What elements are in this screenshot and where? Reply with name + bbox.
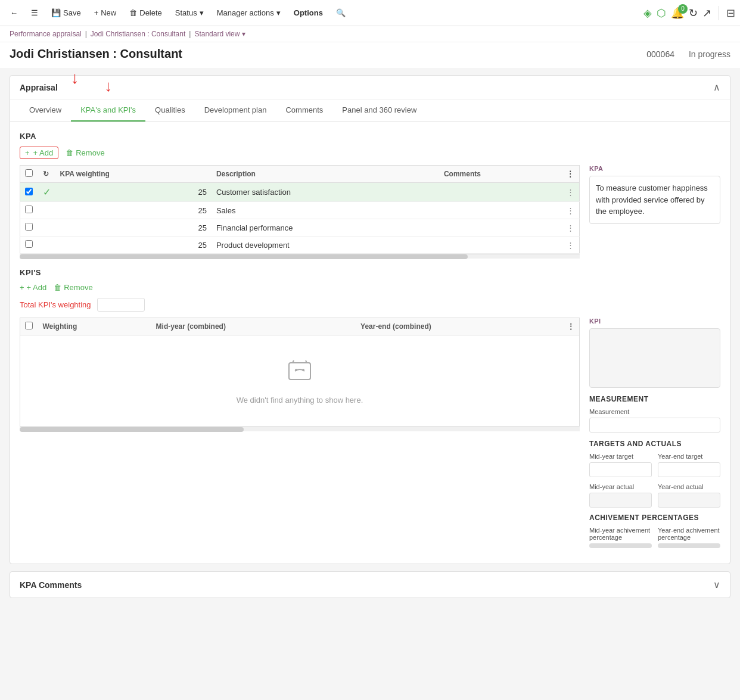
save-button[interactable]: 💾 Save [46,5,86,20]
kpi-actions: + + Add 🗑 Remove [20,283,720,292]
kpa-table-row[interactable]: 25 Financial performance ⋮ [20,219,580,237]
kpa-row-actions[interactable]: ⋮ [562,237,580,254]
kpa-row-check [38,202,55,219]
kpa-select-all[interactable] [25,169,33,177]
search-button[interactable]: 🔍 [331,5,351,20]
kpa-row-comments [439,202,562,219]
empty-state-icon [43,357,556,391]
yearend-target-label: Year-end target [658,453,720,460]
back-button[interactable]: ← [5,5,23,20]
annotation-arrow: ↓ [71,69,79,88]
kpa-section-title: KPA [20,132,720,141]
kpa-comments-expand-btn[interactable]: ∨ [713,579,720,590]
share-icon[interactable]: ↗ [702,7,711,20]
kpa-row-description: Sales [212,202,439,219]
kpa-row-actions[interactable]: ⋮ [562,183,580,202]
menu-button[interactable]: ☰ [26,5,43,20]
kpa-row-comments [439,219,562,237]
kpi-col-weighting: Weighting [38,318,151,335]
kpa-row-weighting: 25 [55,237,212,254]
kpa-add-icon: + [25,148,30,157]
kpa-row-weighting: 25 [55,219,212,237]
midyear-pct-bar [589,543,652,548]
kpa-row-weighting: 25 [55,183,212,202]
green-icon-2: ⬡ [657,7,666,20]
tab-overview[interactable]: Overview [20,99,71,122]
kpi-table-scrollbar[interactable] [20,427,580,431]
svg-rect-0 [289,363,310,379]
kpi-table-col: Weighting Mid-year (combined) Year-end (… [20,318,580,554]
total-weighting-input[interactable] [97,298,145,312]
breadcrumb-performance-appraisal[interactable]: Performance appraisal [10,30,82,38]
targets-row-2: Mid-year actual Year-end actual [589,483,720,508]
appraisal-collapse-btn[interactable]: ∧ [713,82,720,93]
kpa-row-checkbox[interactable] [25,240,33,248]
kpi-detail-panel: KPI MEASUREMENT Measurement TARGETS AND … [589,318,720,554]
status-button[interactable]: Status ▾ [170,5,209,20]
kpa-row-checkbox[interactable] [25,223,33,231]
breadcrumb-view[interactable]: Standard view ▾ [194,30,245,38]
kpi-section: KPI'S + + Add 🗑 Remove Total KPI's weigh… [10,268,730,564]
kpi-panel-label: KPI [589,318,720,325]
midyear-actual-input[interactable] [589,493,652,508]
kpa-row-actions[interactable]: ⋮ [562,202,580,219]
kpa-row-actions[interactable]: ⋮ [562,219,580,237]
kpa-comments-header: KPA Comments ∨ [10,572,730,598]
kpa-row-description: Financial performance [212,219,439,237]
kpa-row-description: Product development [212,237,439,254]
kpa-remove-icon: 🗑 [66,148,73,157]
delete-button[interactable]: 🗑 Delete [124,5,167,20]
kpa-col-checkbox [20,166,38,183]
kpi-col-actions: ⋮ [562,318,580,335]
tab-qualities[interactable]: Qualities [145,99,195,122]
kpa-col-actions: ⋮ [562,166,580,183]
tab-development-plan[interactable]: Development plan [195,99,276,122]
tab-kpas-kpis[interactable]: KPA's and KPI's↓ [71,99,145,122]
kpa-add-button[interactable]: + + Add [20,147,58,159]
kpi-add-icon: + [20,283,24,292]
filter-icon[interactable]: ⊟ [726,7,735,20]
kpi-col-midyear: Mid-year (combined) [151,318,356,335]
svg-point-1 [295,369,297,371]
new-button[interactable]: + New [89,5,122,20]
kpi-select-all[interactable] [25,322,33,329]
kpa-table-row[interactable]: ✓ 25 Customer satisfaction ⋮ [20,183,580,202]
yearend-target-input[interactable] [658,462,720,477]
yearend-actual-label: Year-end actual [658,483,720,490]
kpa-content: ↻ KPA weighting Description Comments ⋮ ✓… [20,165,720,259]
page-title: Jodi Christiansen : Consultant [10,47,182,61]
refresh-icon[interactable]: ↻ [689,7,698,20]
kpa-row-checkbox[interactable] [25,188,33,195]
kpi-table: Weighting Mid-year (combined) Year-end (… [20,318,580,427]
kpi-remove-button[interactable]: 🗑 Remove [54,283,92,292]
tab-bar: Overview KPA's and KPI's↓ Qualities Deve… [10,99,730,122]
manager-actions-button[interactable]: Manager actions ▾ [212,5,286,20]
kpi-empty-state: We didn't find anything to show here. [25,339,574,422]
tab-comments[interactable]: Comments [276,99,332,122]
kpa-row-checkbox[interactable] [25,206,33,213]
kpa-col-comments: Comments [439,166,562,183]
record-id: 000064 [646,49,674,59]
kpa-table-row[interactable]: 25 Product development ⋮ [20,237,580,254]
kpa-row-comments [439,183,562,202]
breadcrumb-consultant[interactable]: Jodi Christiansen : Consultant [91,30,185,38]
kpa-table-scrollbar[interactable] [20,254,580,259]
breadcrumb: Performance appraisal | Jodi Christianse… [0,26,740,42]
yearend-pct-bar [658,543,720,548]
midyear-pct-label: Mid-year achivement percentage [589,527,652,541]
kpi-box [589,328,720,388]
appraisal-card-header: Appraisal ↓ ∧ [10,76,730,99]
achievement-section: ACHIVEMENT PERCENTAGES Mid-year achiveme… [589,514,720,548]
kpa-remove-button[interactable]: 🗑 Remove [66,147,104,159]
breadcrumb-sep-1: | [85,30,87,38]
yearend-actual-input[interactable] [658,493,720,508]
midyear-target-input[interactable] [589,462,652,477]
tab-panel-360[interactable]: Panel and 360 review [332,99,426,122]
kpa-table-row[interactable]: 25 Sales ⋮ [20,202,580,219]
view-dropdown-icon: ▾ [242,30,245,38]
tab-arrow-annotation: ↓ [104,77,112,95]
kpi-add-button[interactable]: + + Add [20,283,46,292]
options-button[interactable]: Options [288,5,328,20]
measurement-input[interactable] [589,418,720,433]
kpa-col-refresh: ↻ [38,166,55,183]
